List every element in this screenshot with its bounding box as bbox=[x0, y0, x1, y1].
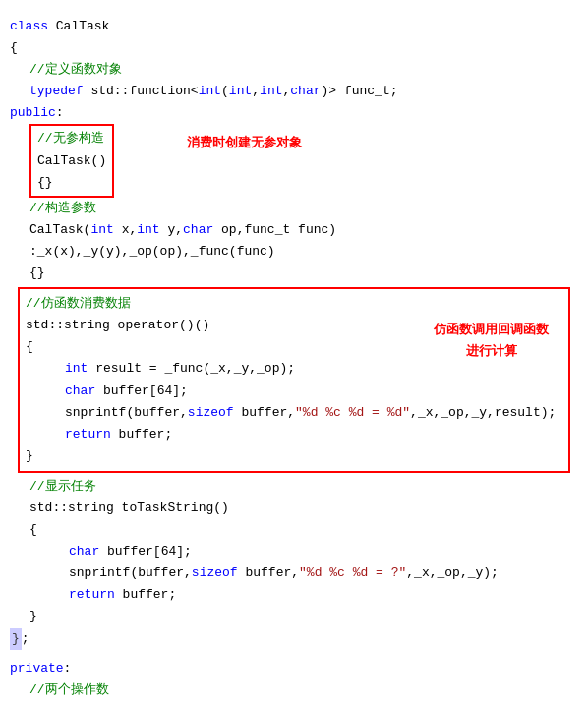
line-snprintf2: snprintf(buffer,sizeof buffer,"%d %c %d … bbox=[10, 562, 578, 584]
line-comment-noarg: //无参构造 bbox=[37, 128, 106, 149]
line-public: public: bbox=[10, 102, 578, 124]
line-snprintf: snprintf(buffer,sizeof buffer,"%d %c %d … bbox=[26, 402, 562, 424]
line-close-brace2: } bbox=[26, 445, 562, 467]
line-ctor-body: {} bbox=[10, 263, 578, 284]
line-return1: return buffer; bbox=[26, 424, 562, 445]
line-comment-ctor: //构造参数 bbox=[10, 198, 578, 219]
line-open-brace: { bbox=[10, 37, 578, 59]
line-private: private: bbox=[10, 658, 578, 679]
line-comment-func-consume: //仿函数消费数据 bbox=[26, 293, 562, 315]
line-ctor-init: :_x(x),_y(y),_op(op),_func(func) bbox=[10, 241, 578, 263]
line-char-buf: char buffer[64]; bbox=[10, 541, 578, 562]
line-ctor-sig: CalTask(int x,int y,char op,func_t func) bbox=[10, 219, 578, 241]
line-close-main-brace: }; bbox=[10, 628, 578, 650]
line-close-brace3: } bbox=[10, 606, 578, 627]
line-caltask-default: CalTask() bbox=[37, 150, 106, 172]
private-section: //两个操作数 int _x; int _y; //计算功能 char _op;… bbox=[10, 679, 578, 706]
red-box-operator: //仿函数消费数据 std::string operator()() { int… bbox=[18, 287, 570, 473]
line-comment-two-ops: //两个操作数 bbox=[10, 679, 578, 701]
line-empty-body: {} bbox=[37, 172, 106, 194]
line-typedef: typedef std::function<int(int,int,char)>… bbox=[10, 81, 578, 102]
line-int-x: int _x; bbox=[10, 701, 578, 706]
code-container: class CalTask { //定义函数对象 typedef std::fu… bbox=[0, 10, 588, 706]
line-return2: return buffer; bbox=[10, 584, 578, 606]
no-param-ctor-section: //无参构造 CalTask() {} 消费时创建无参对象 bbox=[29, 124, 578, 197]
red-box-ctor: //无参构造 CalTask() {} bbox=[29, 124, 114, 197]
line-open-brace3: { bbox=[10, 519, 578, 541]
annotation-consume: 消费时创建无参对象 bbox=[187, 132, 302, 153]
line-class-decl: class CalTask bbox=[10, 16, 578, 37]
line-comment-typedef: //定义函数对象 bbox=[10, 59, 578, 81]
line-comment-show: //显示任务 bbox=[10, 476, 578, 498]
line-buffer: char buffer[64]; bbox=[26, 381, 562, 402]
annotation-calc: 仿函数调用回调函数进行计算 bbox=[434, 319, 549, 362]
line-toTaskString-sig: std::string toTaskString() bbox=[10, 498, 578, 519]
